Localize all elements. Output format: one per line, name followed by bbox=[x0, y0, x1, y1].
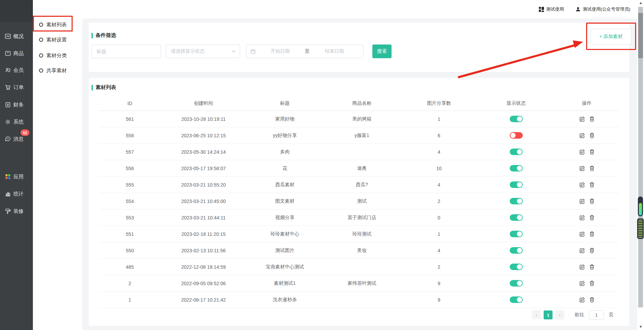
sidebar-item-orders[interactable]: 订单 bbox=[0, 82, 33, 92]
cell-product: 测试 bbox=[323, 198, 400, 204]
sidebar-item-material-list[interactable]: 素材列表 bbox=[33, 19, 82, 30]
cell-actions bbox=[555, 132, 619, 138]
sidebar-item-apps[interactable]: 应用 bbox=[0, 172, 33, 182]
edit-icon[interactable] bbox=[579, 297, 585, 303]
status-toggle[interactable] bbox=[510, 116, 523, 122]
sidebar-item-label: 装修 bbox=[13, 208, 24, 215]
delete-icon[interactable] bbox=[589, 149, 595, 155]
delete-icon[interactable] bbox=[589, 297, 595, 303]
status-toggle[interactable] bbox=[510, 214, 523, 221]
cell-id: 553 bbox=[99, 215, 161, 220]
delete-icon[interactable] bbox=[589, 231, 595, 237]
cell-created: 2023-03-21 10:44:11 bbox=[161, 215, 246, 220]
stats-icon bbox=[5, 191, 11, 197]
sidebar-item-stats[interactable]: 统计 bbox=[0, 189, 33, 199]
goto-page-input[interactable] bbox=[589, 310, 604, 320]
prev-page-button[interactable]: ‹ bbox=[532, 310, 541, 319]
cell-id: 1 bbox=[99, 297, 161, 303]
cell-actions bbox=[555, 165, 619, 171]
status-toggle[interactable] bbox=[510, 296, 523, 303]
status-toggle[interactable] bbox=[510, 149, 523, 155]
cell-actions bbox=[555, 248, 619, 253]
sidebar-item-label: 订单 bbox=[13, 84, 24, 91]
edit-icon[interactable] bbox=[579, 165, 585, 171]
sidebar-item-shared-material[interactable]: 共享素材 bbox=[33, 65, 82, 76]
column-header-shares: 图片分享数 bbox=[400, 100, 478, 106]
status-toggle[interactable] bbox=[510, 165, 523, 172]
cell-id: 2 bbox=[99, 281, 161, 286]
cell-actions bbox=[555, 280, 619, 286]
date-range-picker[interactable]: 开始日期 至 结束日期 bbox=[246, 45, 363, 58]
scrollbar-thumb[interactable] bbox=[638, 13, 643, 58]
cell-created: 2022-12-08 18:14:59 bbox=[161, 264, 246, 270]
delete-icon[interactable] bbox=[589, 215, 595, 220]
cell-id: 556 bbox=[99, 166, 161, 171]
sidebar-item-overview[interactable]: 概况 bbox=[0, 31, 33, 41]
edit-icon[interactable] bbox=[579, 264, 585, 270]
orders-icon bbox=[5, 84, 11, 90]
display-status-select[interactable]: 请选择显示状态 bbox=[166, 45, 240, 58]
overlay-widget-stripes bbox=[637, 218, 644, 239]
edit-icon[interactable] bbox=[579, 231, 585, 237]
cell-title: yy好物分享 bbox=[246, 132, 323, 139]
delete-icon[interactable] bbox=[589, 248, 595, 253]
workspace-switcher[interactable]: 测试使用 bbox=[539, 6, 564, 12]
cell-id: 561 bbox=[99, 116, 161, 122]
status-toggle[interactable] bbox=[510, 198, 523, 204]
cell-title: 宝燕素材中心测试 bbox=[246, 264, 323, 270]
delete-icon[interactable] bbox=[589, 182, 595, 188]
sidebar-item-members[interactable]: 会员 bbox=[0, 65, 33, 75]
edit-icon[interactable] bbox=[579, 132, 585, 138]
filter-card: 条件筛选 请选择显示状态 开始日期 至 结束日期 搜索 + 添加素材 bbox=[89, 23, 629, 72]
edit-icon[interactable] bbox=[579, 280, 585, 286]
user-menu[interactable]: 测试使用(公众号管理员) bbox=[575, 6, 630, 12]
table-row: 556 2023-05-17 19:58:07 花 迪奥 10 bbox=[99, 160, 619, 177]
sidebar-item-material-category[interactable]: 素材分类 bbox=[33, 50, 82, 61]
title-search-input[interactable] bbox=[91, 45, 161, 58]
search-button[interactable]: 搜索 bbox=[372, 45, 392, 58]
edit-icon[interactable] bbox=[579, 198, 585, 204]
edit-icon[interactable] bbox=[579, 116, 585, 122]
status-toggle[interactable] bbox=[510, 181, 523, 188]
status-toggle[interactable] bbox=[510, 264, 523, 270]
sidebar-item-decorate[interactable]: 装修 bbox=[0, 206, 33, 216]
edit-icon[interactable] bbox=[579, 248, 585, 253]
cell-shares: 1 bbox=[400, 231, 478, 237]
cell-shares: 9 bbox=[400, 297, 478, 303]
delete-icon[interactable] bbox=[589, 165, 595, 171]
status-toggle[interactable] bbox=[510, 132, 523, 139]
cell-actions bbox=[555, 149, 619, 155]
sidebar-item-material-settings[interactable]: 素材设置 bbox=[33, 34, 82, 46]
content-area: 条件筛选 请选择显示状态 开始日期 至 结束日期 搜索 + 添加素材 bbox=[82, 18, 637, 330]
table-row: 1 2022-08-17 10:21:42 洗衣液秒杀 9 bbox=[99, 292, 619, 308]
status-toggle[interactable] bbox=[510, 280, 523, 287]
status-toggle[interactable] bbox=[510, 231, 523, 237]
cell-title: 视频分享 bbox=[246, 215, 323, 221]
sidebar-item-finance[interactable]: 财务 bbox=[0, 100, 33, 110]
sidebar-item-system[interactable]: 系统 bbox=[0, 117, 33, 127]
delete-icon[interactable] bbox=[589, 132, 595, 138]
edit-icon[interactable] bbox=[579, 149, 585, 155]
cell-shares: 10 bbox=[400, 166, 478, 171]
next-page-button[interactable]: › bbox=[555, 310, 564, 319]
edit-icon[interactable] bbox=[579, 182, 585, 188]
delete-icon[interactable] bbox=[589, 280, 595, 286]
scrollbar-down-arrow[interactable]: ▼ bbox=[639, 325, 643, 329]
delete-icon[interactable] bbox=[589, 264, 595, 270]
stripe-bar bbox=[638, 220, 643, 238]
cell-title: 图文素材 bbox=[246, 198, 323, 204]
scrollbar-up-arrow[interactable]: ▲ bbox=[639, 1, 643, 5]
delete-icon[interactable] bbox=[589, 116, 595, 122]
add-material-button[interactable]: + 添加素材 bbox=[591, 29, 631, 45]
table-row: 485 2022-12-08 18:14:59 宝燕素材中心测试 2 bbox=[99, 259, 619, 275]
cell-id: 558 bbox=[99, 133, 161, 138]
current-page-button[interactable]: 1 bbox=[544, 310, 553, 319]
sub-item-label: 素材设置 bbox=[46, 37, 67, 43]
delete-icon[interactable] bbox=[589, 198, 595, 204]
cell-created: 2023-06-25 10:12:15 bbox=[161, 133, 246, 138]
sidebar-item-label: 会员 bbox=[13, 67, 24, 74]
status-toggle[interactable] bbox=[510, 247, 523, 254]
cell-status bbox=[478, 296, 555, 303]
sidebar-item-goods[interactable]: 商品 bbox=[0, 48, 33, 59]
edit-icon[interactable] bbox=[579, 215, 585, 220]
